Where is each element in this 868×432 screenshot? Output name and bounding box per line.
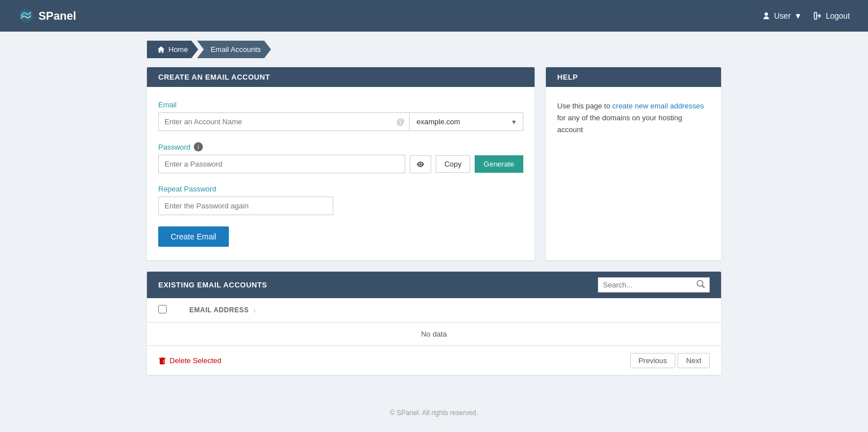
brand-text: SPanel (38, 10, 76, 23)
breadcrumb-home[interactable]: Home (147, 41, 198, 58)
brand: SPanel (18, 8, 76, 24)
user-menu[interactable]: User ▼ (762, 11, 802, 20)
search-icon (697, 280, 705, 288)
generate-password-button[interactable]: Generate (475, 155, 523, 173)
email-form-group: Email @ example.com ▼ (158, 101, 523, 131)
password-input[interactable] (159, 155, 405, 173)
search-box (598, 277, 710, 293)
breadcrumb-current: Email Accounts (197, 41, 271, 58)
create-email-header: CREATE AN EMAIL ACCOUNT (147, 67, 535, 87)
email-table-container: EMAIL ADDRESS ↕ No data (147, 298, 721, 346)
top-section: CREATE AN EMAIL ACCOUNT Email @ (147, 67, 721, 260)
create-email-body: Email @ example.com ▼ (147, 87, 535, 260)
main-content: CREATE AN EMAIL ACCOUNT Email @ (0, 67, 868, 398)
create-email-title: CREATE AN EMAIL ACCOUNT (158, 73, 270, 81)
email-name-input[interactable] (159, 113, 409, 130)
existing-email-header: EXISTING EMAIL ACCOUNTS (147, 272, 721, 298)
next-button[interactable]: Next (678, 353, 710, 368)
email-address-column-header: EMAIL ADDRESS ↕ (178, 298, 721, 322)
pagination: Previous Next (630, 353, 710, 368)
password-row: Copy Generate (158, 155, 523, 173)
search-input[interactable] (603, 281, 693, 289)
repeat-password-form-group: Repeat Password (158, 185, 523, 215)
search-button[interactable] (697, 280, 705, 290)
no-data-row: No data (147, 322, 721, 346)
user-label: User (774, 11, 791, 20)
home-icon (157, 46, 165, 54)
eye-icon (416, 160, 425, 169)
repeat-password-label: Repeat Password (158, 185, 523, 193)
password-info-icon[interactable]: i (194, 142, 203, 151)
no-data-cell: No data (147, 322, 721, 346)
email-input-row: @ example.com ▼ (158, 112, 523, 131)
sort-icon[interactable]: ↕ (253, 307, 257, 313)
header-actions: User ▼ Logout (762, 11, 850, 20)
user-icon (762, 11, 771, 20)
select-all-header (147, 298, 178, 322)
logout-icon (813, 11, 822, 20)
help-card: HELP Use this page to create new email a… (546, 67, 721, 260)
breadcrumb: Home Email Accounts (0, 32, 868, 67)
repeat-password-input[interactable] (159, 197, 333, 215)
user-dropdown-icon: ▼ (794, 11, 802, 20)
create-email-card: CREATE AN EMAIL ACCOUNT Email @ (147, 67, 535, 260)
domain-select[interactable]: example.com (410, 113, 523, 130)
trash-icon (158, 357, 166, 365)
password-input-wrapper (158, 155, 405, 173)
breadcrumb-home-label: Home (168, 45, 188, 54)
footer-text: © SPanel. All rights reserved. (390, 409, 478, 417)
logout-label: Logout (826, 11, 850, 20)
repeat-password-wrapper (158, 197, 333, 215)
table-header: EMAIL ADDRESS ↕ (147, 298, 721, 322)
domain-select-wrapper: example.com ▼ (409, 112, 523, 131)
password-label: Password i (158, 142, 523, 151)
email-table: EMAIL ADDRESS ↕ No data (147, 298, 721, 346)
breadcrumb-current-label: Email Accounts (211, 45, 261, 54)
existing-email-title: EXISTING EMAIL ACCOUNTS (158, 281, 267, 289)
password-form-group: Password i (158, 142, 523, 173)
at-icon: @ (397, 117, 405, 126)
footer: © SPanel. All rights reserved. (0, 398, 868, 428)
table-footer: Delete Selected Previous Next (147, 346, 721, 375)
help-body: Use this page to create new email addres… (546, 87, 721, 149)
select-all-checkbox[interactable] (158, 305, 167, 313)
delete-selected-button[interactable]: Delete Selected (158, 356, 222, 365)
create-email-button[interactable]: Create Email (158, 226, 229, 247)
help-title: HELP (557, 73, 578, 81)
help-link[interactable]: create new email addresses (613, 102, 704, 110)
logout-button[interactable]: Logout (813, 11, 850, 20)
existing-email-card: EXISTING EMAIL ACCOUNTS (147, 272, 721, 375)
toggle-password-button[interactable] (410, 155, 431, 173)
previous-button[interactable]: Previous (630, 353, 676, 368)
copy-password-button[interactable]: Copy (436, 155, 470, 173)
help-text: Use this page to create new email addres… (557, 101, 710, 136)
email-name-wrapper: @ (158, 112, 409, 131)
spanel-logo (18, 8, 34, 24)
header: SPanel User ▼ Logout (0, 0, 868, 32)
email-label: Email (158, 101, 523, 109)
help-header: HELP (546, 67, 721, 87)
email-table-body: No data (147, 322, 721, 346)
